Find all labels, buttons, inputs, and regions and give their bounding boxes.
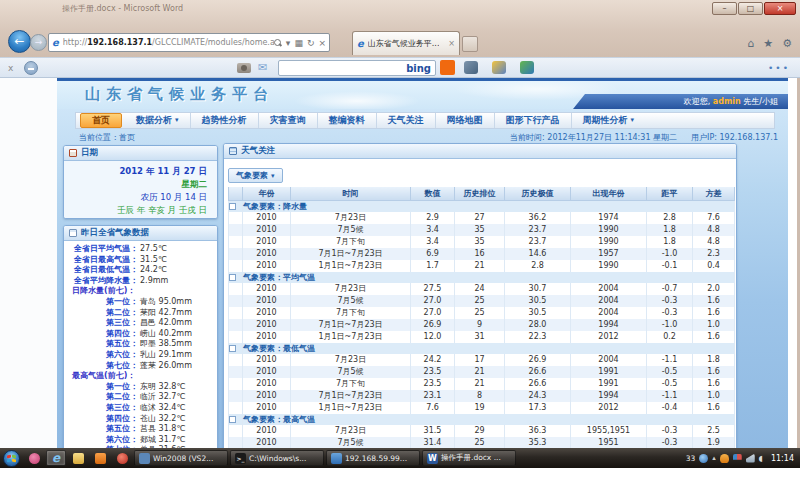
- table-cell: -0.5: [647, 366, 693, 378]
- table-cell: 23.5: [411, 366, 455, 378]
- table-row[interactable]: 20107月5候3.43523.719901.84.8: [229, 224, 735, 236]
- browser-tab[interactable]: e 山东省气候业务平... ×: [352, 31, 460, 55]
- maximize-button[interactable]: □: [738, 2, 763, 15]
- taskbar-clock[interactable]: 11:14: [767, 454, 800, 463]
- table-row[interactable]: 20107月23日24.21726.92004-1.11.8: [229, 354, 735, 366]
- toolbar-close-icon[interactable]: x: [8, 63, 13, 73]
- table-cell: 27.5: [411, 283, 455, 295]
- table-cell: 26.6: [505, 366, 571, 378]
- table-row[interactable]: 20107月1日~7月23日23.1824.31994-1.11.0: [229, 390, 735, 402]
- favorites-star-icon[interactable]: ★: [763, 37, 773, 50]
- camera-icon[interactable]: [237, 63, 251, 73]
- new-tab-button[interactable]: [462, 36, 478, 52]
- refresh-icon[interactable]: ↻: [307, 38, 315, 48]
- nav-item-weather-focus[interactable]: 天气关注: [376, 113, 435, 128]
- forward-button[interactable]: →: [30, 34, 47, 51]
- checkbox[interactable]: [229, 345, 236, 352]
- taskbar-window-rdp[interactable]: 192.168.59.99...: [326, 450, 420, 466]
- checkbox[interactable]: [229, 416, 236, 423]
- table-cell: -1.1: [647, 354, 693, 366]
- taskbar-window-cmd[interactable]: >_C:\Windows\s...: [230, 450, 324, 466]
- table-cell: 24.3: [505, 390, 571, 402]
- tray-volume-icon[interactable]: ◖: [759, 454, 763, 463]
- nav-item-trend-analysis[interactable]: 趋势性分析: [190, 113, 258, 128]
- table-cell: 35: [455, 236, 505, 248]
- address-bar[interactable]: e http://192.168.137.1/GLCCLIMATE/module…: [48, 33, 330, 52]
- tray-caret-icon[interactable]: ▴: [712, 454, 716, 462]
- element-filter-button[interactable]: 气象要素 ▾: [228, 168, 283, 183]
- taskbar-icon-app-pink[interactable]: [24, 450, 44, 466]
- bing-search-box[interactable]: bing: [278, 60, 436, 76]
- table-row[interactable]: 20107月5候31.42535.31951-0.31.9: [229, 437, 735, 449]
- taskbar-window-vm[interactable]: Win2008 (VS2...: [134, 450, 228, 466]
- blocked-content-icon[interactable]: [24, 61, 38, 75]
- table-row[interactable]: 20101月1日~7月23日12.03122.320120.21.6: [229, 331, 735, 343]
- table-cell: -0.3: [647, 295, 693, 307]
- home-icon[interactable]: ⌂: [747, 37, 754, 50]
- search-icon[interactable]: [274, 39, 282, 47]
- toolbar-highlight-icon[interactable]: [492, 61, 506, 74]
- taskbar-icon-folder[interactable]: [68, 450, 88, 466]
- calendar-icon: [69, 149, 77, 157]
- table-cell: 1.8: [647, 236, 693, 248]
- nav-item-disaster-query[interactable]: 灾害查询: [258, 113, 317, 128]
- taskbar-icon-ie-window[interactable]: e: [46, 450, 66, 466]
- stat-label: 全省日最低气温：: [64, 265, 138, 276]
- mail-icon[interactable]: ✉: [258, 61, 267, 74]
- table-header-cell: 时间: [291, 187, 411, 200]
- table-cell: 2010: [243, 248, 291, 260]
- checkbox[interactable]: [229, 203, 236, 210]
- nav-item-home[interactable]: 首页: [80, 113, 122, 128]
- stat-label: 最高气温(前七)：: [64, 371, 135, 382]
- tray-lbl-icon[interactable]: 33: [686, 454, 696, 463]
- table-row[interactable]: 20107月5候27.02530.52004-0.31.6: [229, 295, 735, 307]
- weather-focus-panel: 天气关注 气象要素 ▾ 年份时间数值历史排位历史极值出现年份距平方差 气象要素：…: [223, 143, 737, 448]
- nav-item-data-analysis[interactable]: 数据分析▾: [125, 113, 190, 128]
- table-group-row: 气象要素：平均气温: [229, 272, 735, 283]
- toolbar-capture-icon[interactable]: [464, 61, 478, 74]
- table-row[interactable]: 20107月1日~7月23日6.91614.61957-1.02.3: [229, 248, 735, 260]
- table-cell: 36.2: [505, 212, 571, 224]
- taskbar-icon-app-orange[interactable]: [90, 450, 110, 466]
- minimize-button[interactable]: –: [712, 2, 737, 15]
- table-cell: 2012: [571, 402, 647, 414]
- nav-item-graphic-products[interactable]: 图形下行产品: [494, 113, 571, 128]
- taskbar-window-word[interactable]: W操作手册.docx ...: [422, 450, 516, 466]
- table-cell: 1.6: [693, 331, 735, 343]
- search-dropdown-icon[interactable]: ▾: [286, 38, 291, 48]
- taskbar-icon-media-red[interactable]: [112, 450, 132, 466]
- table-cell: 1月1日~7月23日: [291, 260, 411, 272]
- checkbox[interactable]: [229, 274, 236, 281]
- back-button[interactable]: ←: [8, 30, 31, 53]
- table-row[interactable]: 20107月1日~7月23日26.9928.01994-1.01.0: [229, 319, 735, 331]
- table-row[interactable]: 20101月1日~7月23日1.7212.81990-0.10.4: [229, 260, 735, 272]
- compatibility-view-icon[interactable]: ▦: [294, 38, 303, 48]
- tray-flag-icon[interactable]: [733, 454, 742, 463]
- page-left-margin: [0, 78, 57, 448]
- table-row[interactable]: 20107月23日31.52936.31955,1951-0.32.5: [229, 425, 735, 437]
- close-button[interactable]: ×: [764, 2, 796, 15]
- table-row[interactable]: 20107月下旬3.43523.719901.84.8: [229, 236, 735, 248]
- nav-item-network-map[interactable]: 网络地图: [435, 113, 494, 128]
- table-row[interactable]: 20107月下旬23.52126.61991-0.51.6: [229, 378, 735, 390]
- nav-item-periodic-analysis[interactable]: 周期性分析▾: [571, 113, 646, 128]
- tray-blue-ball-icon[interactable]: [699, 454, 708, 463]
- tab-close-icon[interactable]: ×: [448, 39, 455, 48]
- bing-button[interactable]: [440, 60, 455, 75]
- table-row[interactable]: 20107月23日27.52430.72004-0.72.0: [229, 283, 735, 295]
- tray-network-icon[interactable]: [746, 454, 755, 463]
- tray-orange-icon[interactable]: [720, 454, 729, 463]
- nav-item-compiled-data[interactable]: 整编资料: [317, 113, 376, 128]
- start-button[interactable]: [3, 450, 20, 467]
- table-cell: 35: [455, 224, 505, 236]
- table-cell: 23.5: [411, 378, 455, 390]
- table-row[interactable]: 20101月1日~7月23日7.61917.32012-0.41.6: [229, 402, 735, 414]
- table-row[interactable]: 20107月5候23.52126.61991-0.51.6: [229, 366, 735, 378]
- table-row[interactable]: 20107月23日2.92736.219742.87.6: [229, 212, 735, 224]
- tools-gear-icon[interactable]: ⚙: [782, 37, 792, 50]
- toolbar-overflow-icon[interactable]: •••: [768, 63, 790, 73]
- stop-icon[interactable]: ×: [318, 38, 326, 48]
- toolbar-translate-icon[interactable]: [520, 61, 534, 74]
- table-row[interactable]: 20107月下旬27.02530.52004-0.31.6: [229, 307, 735, 319]
- table-cell: 23.1: [411, 390, 455, 402]
